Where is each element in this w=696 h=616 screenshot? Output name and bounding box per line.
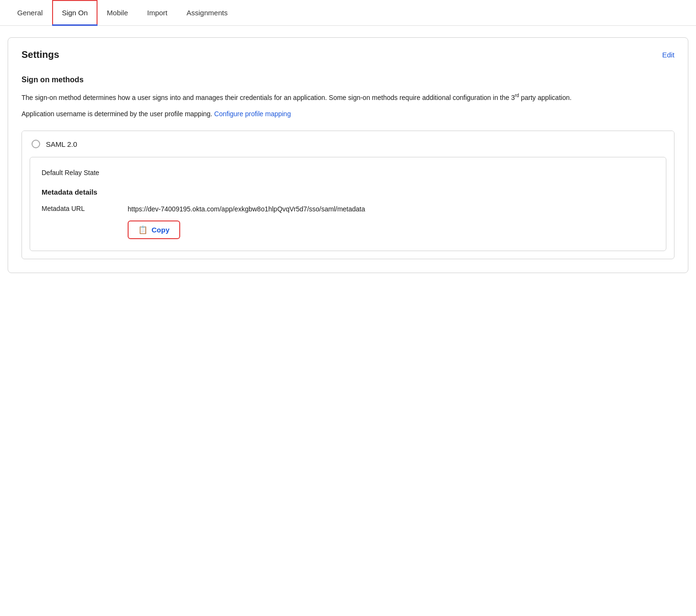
tab-import[interactable]: Import — [138, 0, 177, 25]
tab-bar: General Sign On Mobile Import Assignment… — [0, 0, 696, 26]
tab-sign-on[interactable]: Sign On — [52, 0, 97, 25]
metadata-section: Metadata details Metadata URL https://de… — [42, 188, 654, 239]
saml-header: SAML 2.0 — [22, 131, 674, 157]
saml-section: SAML 2.0 Default Relay State Metadata de… — [22, 131, 674, 259]
tab-assignments[interactable]: Assignments — [177, 0, 237, 25]
metadata-value-block: https://dev-74009195.okta.com/app/exkgbw… — [128, 204, 365, 239]
settings-card: Settings Edit Sign on methods The sign-o… — [8, 37, 688, 273]
saml-content: Default Relay State Metadata details Met… — [30, 157, 666, 251]
metadata-section-title: Metadata details — [42, 188, 654, 196]
main-content: Settings Edit Sign on methods The sign-o… — [0, 26, 696, 285]
default-relay-state-label: Default Relay State — [42, 169, 654, 176]
settings-title: Settings — [22, 49, 59, 60]
saml-label: SAML 2.0 — [46, 140, 77, 148]
section-title: Sign on methods — [22, 76, 674, 84]
description-text: The sign-on method determines how a user… — [22, 92, 674, 103]
saml-radio[interactable] — [32, 140, 40, 148]
configure-profile-mapping-link[interactable]: Configure profile mapping — [214, 110, 291, 118]
copy-button-label: Copy — [152, 226, 170, 234]
copy-button[interactable]: 📋 Copy — [128, 220, 180, 239]
metadata-url-row: Metadata URL https://dev-74009195.okta.c… — [42, 204, 654, 239]
metadata-url-label: Metadata URL — [42, 204, 109, 212]
tab-mobile[interactable]: Mobile — [98, 0, 138, 25]
metadata-url-value: https://dev-74009195.okta.com/app/exkgbw… — [128, 204, 365, 214]
tab-general[interactable]: General — [8, 0, 52, 25]
edit-link[interactable]: Edit — [662, 51, 674, 59]
settings-header: Settings Edit — [8, 38, 688, 68]
copy-icon: 📋 — [138, 225, 148, 234]
profile-mapping-text: Application username is determined by th… — [22, 109, 674, 119]
settings-body: Sign on methods The sign-on method deter… — [8, 68, 688, 273]
default-relay-state-row: Default Relay State — [42, 169, 654, 176]
sign-on-methods-section: Sign on methods The sign-on method deter… — [22, 76, 674, 119]
